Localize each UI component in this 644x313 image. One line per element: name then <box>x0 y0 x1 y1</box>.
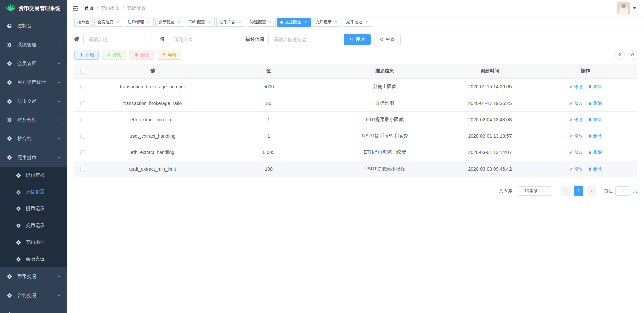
sidebar-toggle-icon[interactable] <box>72 5 79 12</box>
sidebar-item-dashboard[interactable]: 控制台 <box>0 17 67 36</box>
sidebar-item-system-mgmt[interactable]: 系统管理 <box>0 36 67 54</box>
search-button[interactable]: 搜索 <box>344 34 371 45</box>
close-icon[interactable]: × <box>115 20 120 25</box>
page-number-1[interactable]: 1 <box>574 186 583 196</box>
edit-icon <box>569 150 573 154</box>
cell-value: 1 <box>214 111 323 128</box>
gear-icon <box>7 42 12 48</box>
tab-deposit-records[interactable]: 充币记录 × <box>313 18 341 27</box>
sidebar-item-deposit-address[interactable]: 充币地址 <box>0 234 67 251</box>
sidebar-item-label: 用户资产统计 <box>17 79 57 85</box>
sidebar-item-member-recharge[interactable]: 会员充值 <box>0 251 67 267</box>
close-icon[interactable]: × <box>334 20 338 25</box>
row-checkbox[interactable] <box>80 85 85 89</box>
export-button[interactable]: 导出 <box>157 50 181 60</box>
row-edit-link[interactable]: 修改 <box>569 133 583 139</box>
table-row[interactable]: eth_extract_min_limit 1 ETH提币最小限额 2020-0… <box>74 111 637 128</box>
row-checkbox[interactable] <box>80 150 85 155</box>
reset-button[interactable]: 重置 <box>374 34 401 45</box>
sidebar-item-deposit-records[interactable]: 充币记录 <box>0 217 67 234</box>
sidebar-item-deposit-withdraw[interactable]: 充币提币 <box>0 148 67 167</box>
row-checkbox[interactable] <box>80 134 85 139</box>
row-checkbox[interactable] <box>80 101 85 106</box>
cell-created: 2020-03-01 13:14:07 <box>446 144 533 161</box>
close-icon[interactable]: × <box>207 20 212 25</box>
table-row[interactable]: usdt_extract_handling 1 USDT提币每笔手续费 2020… <box>74 128 637 144</box>
chevron-down-icon <box>57 294 61 298</box>
sidebar-item-partial[interactable] <box>0 305 67 313</box>
tab-fiat-ads[interactable]: 法币广告 × <box>216 18 245 27</box>
sidebar-item-finance-analysis[interactable]: 财务分析 <box>0 111 67 129</box>
sidebar-item-withdraw-audit[interactable]: 提币审核 <box>0 167 67 184</box>
add-button[interactable]: 新增 <box>74 50 99 60</box>
close-icon[interactable]: × <box>146 20 151 25</box>
caret-down-icon[interactable] <box>633 7 636 9</box>
close-icon[interactable]: × <box>303 20 308 25</box>
select-all-checkbox[interactable] <box>80 69 85 74</box>
sidebar-item-label: 秒合约 <box>17 136 57 142</box>
table-row[interactable]: usdt_extract_min_limit 100 USDT提取最小限额 20… <box>74 161 637 177</box>
row-delete-link[interactable]: 删除 <box>588 117 602 123</box>
sidebar-item-label: 会员管理 <box>17 61 57 67</box>
close-icon[interactable]: × <box>364 20 369 25</box>
tab-fiat-mgmt[interactable]: 法币管理 × <box>125 18 154 27</box>
column-header-created: 创建时间 <box>446 64 533 78</box>
row-delete-link[interactable]: 删除 <box>588 100 602 106</box>
tab-trade-config[interactable]: 交易配置 × <box>155 18 184 27</box>
tab-console[interactable]: 控制台 <box>74 18 93 27</box>
delete-button[interactable]: 删除 <box>129 50 154 60</box>
row-edit-link[interactable]: 修改 <box>569 166 583 172</box>
search-icon <box>350 37 354 42</box>
edit-icon <box>569 118 573 122</box>
table-row[interactable]: transaction_brokerage_number 5000 分佣上限值 … <box>74 78 637 95</box>
close-icon[interactable]: × <box>237 20 242 25</box>
sidebar-item-member-mgmt[interactable]: 会员管理 <box>0 54 67 73</box>
row-checkbox[interactable] <box>80 118 85 122</box>
prev-page-button[interactable] <box>561 186 571 196</box>
row-checkbox[interactable] <box>80 167 85 172</box>
tab-member-info[interactable]: 会员信息 × <box>94 18 123 27</box>
tab-second-config[interactable]: 秒速配置 × <box>247 18 276 27</box>
sidebar-item-user-assets[interactable]: 用户资产统计 <box>0 73 67 92</box>
refresh-table-button[interactable] <box>628 50 637 60</box>
row-edit-link[interactable]: 修改 <box>569 149 583 155</box>
row-edit-link[interactable]: 修改 <box>569 84 583 90</box>
tab-deposit-address[interactable]: 充币地址 × <box>343 18 372 27</box>
table-row[interactable]: eth_extract_handling 0.005 ETH提币每笔手续费 20… <box>74 144 637 161</box>
row-delete-link[interactable]: 删除 <box>588 149 602 155</box>
user-avatar[interactable] <box>617 2 630 15</box>
value-input[interactable] <box>169 34 237 45</box>
dashboard-icon <box>7 23 12 29</box>
table-row[interactable]: transaction_brokerage_ratio 30 分佣比例 2020… <box>74 95 637 111</box>
row-delete-link[interactable]: 删除 <box>588 84 602 90</box>
row-edit-link[interactable]: 修改 <box>569 117 583 123</box>
tab-deposit-config-active[interactable]: 充提配置 × <box>277 18 311 27</box>
gear-icon <box>16 190 21 195</box>
tab-coin-config[interactable]: 币种配置 × <box>186 18 215 27</box>
desc-input[interactable] <box>268 34 337 45</box>
close-icon[interactable]: × <box>268 20 273 25</box>
pagination: 共 6 条 10条/页 1 前往 页 <box>74 186 637 196</box>
next-page-button[interactable] <box>587 186 596 196</box>
page-size-select[interactable]: 10条/页 <box>518 186 551 196</box>
goto-page-input[interactable] <box>615 186 630 196</box>
show-search-button[interactable] <box>615 50 625 60</box>
edit-button[interactable]: 修改 <box>102 50 126 60</box>
row-edit-link[interactable]: 修改 <box>569 100 583 106</box>
close-icon[interactable]: × <box>176 20 181 25</box>
sidebar-item-coin-trade[interactable]: 币币交易 <box>0 267 67 286</box>
sidebar-item-second-contract[interactable]: 秒合约 <box>0 129 67 148</box>
config-table: 键 值 描述信息 创建时间 操作 transaction_brokerage_n… <box>74 64 637 177</box>
sidebar-item-withdraw-records[interactable]: 提币记录 <box>0 200 67 217</box>
page-content: 键 值 描述信息 搜索 重置 <box>67 28 644 313</box>
breadcrumb-home[interactable]: 首页 <box>84 5 94 11</box>
row-delete-link[interactable]: 删除 <box>588 133 602 139</box>
filter-value: 值 <box>160 34 237 45</box>
sidebar-item-fiat-trade[interactable]: 法币交易 <box>0 92 67 111</box>
sidebar-item-contract-trade[interactable]: 合约交易 <box>0 286 67 305</box>
sidebar-item-deposit-config[interactable]: 充提配置 <box>0 184 67 200</box>
key-input[interactable] <box>83 34 152 45</box>
row-delete-link[interactable]: 删除 <box>588 166 602 172</box>
breadcrumb-deposit-withdraw[interactable]: 充币提币 <box>101 5 120 11</box>
trash-icon <box>588 118 592 122</box>
